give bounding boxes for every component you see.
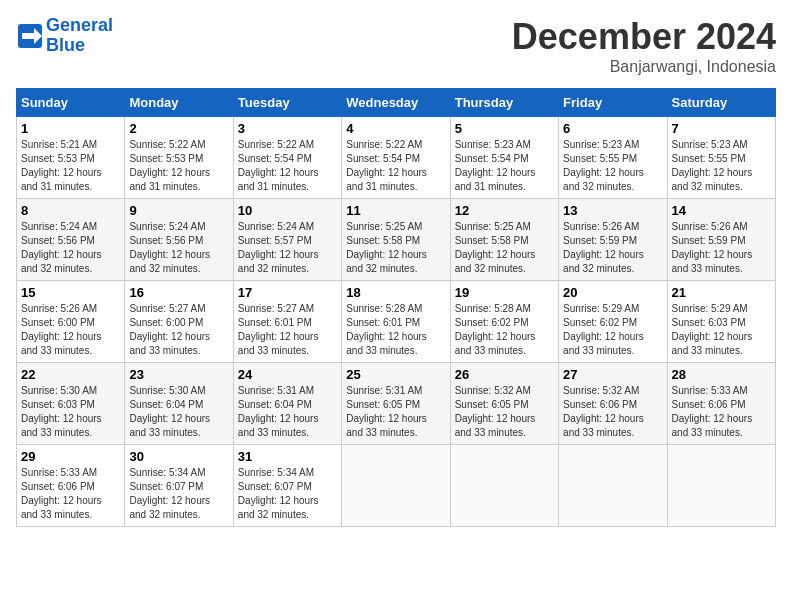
day-cell: 11 Sunrise: 5:25 AMSunset: 5:58 PMDaylig… — [342, 199, 450, 281]
day-number: 18 — [346, 285, 445, 300]
day-cell: 4 Sunrise: 5:22 AMSunset: 5:54 PMDayligh… — [342, 117, 450, 199]
day-cell: 31 Sunrise: 5:34 AMSunset: 6:07 PMDaylig… — [233, 445, 341, 527]
header-tuesday: Tuesday — [233, 89, 341, 117]
day-info: Sunrise: 5:24 AMSunset: 5:56 PMDaylight:… — [129, 220, 228, 276]
day-cell: 23 Sunrise: 5:30 AMSunset: 6:04 PMDaylig… — [125, 363, 233, 445]
day-number: 6 — [563, 121, 662, 136]
day-cell: 27 Sunrise: 5:32 AMSunset: 6:06 PMDaylig… — [559, 363, 667, 445]
location: Banjarwangi, Indonesia — [512, 58, 776, 76]
day-info: Sunrise: 5:32 AMSunset: 6:06 PMDaylight:… — [563, 384, 662, 440]
day-cell: 28 Sunrise: 5:33 AMSunset: 6:06 PMDaylig… — [667, 363, 775, 445]
day-cell: 16 Sunrise: 5:27 AMSunset: 6:00 PMDaylig… — [125, 281, 233, 363]
day-info: Sunrise: 5:25 AMSunset: 5:58 PMDaylight:… — [455, 220, 554, 276]
logo-text: General Blue — [46, 16, 113, 56]
day-info: Sunrise: 5:26 AMSunset: 5:59 PMDaylight:… — [563, 220, 662, 276]
header-monday: Monday — [125, 89, 233, 117]
day-info: Sunrise: 5:33 AMSunset: 6:06 PMDaylight:… — [672, 384, 771, 440]
day-number: 7 — [672, 121, 771, 136]
day-number: 26 — [455, 367, 554, 382]
day-cell — [450, 445, 558, 527]
day-number: 27 — [563, 367, 662, 382]
day-cell: 9 Sunrise: 5:24 AMSunset: 5:56 PMDayligh… — [125, 199, 233, 281]
day-number: 23 — [129, 367, 228, 382]
day-info: Sunrise: 5:22 AMSunset: 5:54 PMDaylight:… — [238, 138, 337, 194]
day-number: 12 — [455, 203, 554, 218]
day-info: Sunrise: 5:30 AMSunset: 6:03 PMDaylight:… — [21, 384, 120, 440]
title-block: December 2024 Banjarwangi, Indonesia — [512, 16, 776, 76]
day-number: 15 — [21, 285, 120, 300]
day-info: Sunrise: 5:31 AMSunset: 6:05 PMDaylight:… — [346, 384, 445, 440]
day-info: Sunrise: 5:33 AMSunset: 6:06 PMDaylight:… — [21, 466, 120, 522]
day-info: Sunrise: 5:24 AMSunset: 5:57 PMDaylight:… — [238, 220, 337, 276]
day-number: 28 — [672, 367, 771, 382]
day-info: Sunrise: 5:23 AMSunset: 5:55 PMDaylight:… — [672, 138, 771, 194]
day-cell: 21 Sunrise: 5:29 AMSunset: 6:03 PMDaylig… — [667, 281, 775, 363]
day-info: Sunrise: 5:23 AMSunset: 5:54 PMDaylight:… — [455, 138, 554, 194]
day-number: 20 — [563, 285, 662, 300]
day-cell: 14 Sunrise: 5:26 AMSunset: 5:59 PMDaylig… — [667, 199, 775, 281]
day-info: Sunrise: 5:26 AMSunset: 5:59 PMDaylight:… — [672, 220, 771, 276]
header-sunday: Sunday — [17, 89, 125, 117]
week-row-3: 15 Sunrise: 5:26 AMSunset: 6:00 PMDaylig… — [17, 281, 776, 363]
logo: General Blue — [16, 16, 113, 56]
day-number: 21 — [672, 285, 771, 300]
day-cell: 7 Sunrise: 5:23 AMSunset: 5:55 PMDayligh… — [667, 117, 775, 199]
day-info: Sunrise: 5:22 AMSunset: 5:54 PMDaylight:… — [346, 138, 445, 194]
day-number: 1 — [21, 121, 120, 136]
day-info: Sunrise: 5:31 AMSunset: 6:04 PMDaylight:… — [238, 384, 337, 440]
day-info: Sunrise: 5:21 AMSunset: 5:53 PMDaylight:… — [21, 138, 120, 194]
day-info: Sunrise: 5:34 AMSunset: 6:07 PMDaylight:… — [129, 466, 228, 522]
day-number: 14 — [672, 203, 771, 218]
day-cell: 15 Sunrise: 5:26 AMSunset: 6:00 PMDaylig… — [17, 281, 125, 363]
day-cell: 29 Sunrise: 5:33 AMSunset: 6:06 PMDaylig… — [17, 445, 125, 527]
day-number: 3 — [238, 121, 337, 136]
day-number: 22 — [21, 367, 120, 382]
day-number: 19 — [455, 285, 554, 300]
day-cell: 2 Sunrise: 5:22 AMSunset: 5:53 PMDayligh… — [125, 117, 233, 199]
day-info: Sunrise: 5:28 AMSunset: 6:02 PMDaylight:… — [455, 302, 554, 358]
day-number: 9 — [129, 203, 228, 218]
logo-icon — [16, 22, 44, 50]
day-cell: 18 Sunrise: 5:28 AMSunset: 6:01 PMDaylig… — [342, 281, 450, 363]
day-number: 4 — [346, 121, 445, 136]
week-row-2: 8 Sunrise: 5:24 AMSunset: 5:56 PMDayligh… — [17, 199, 776, 281]
day-cell — [667, 445, 775, 527]
day-cell: 22 Sunrise: 5:30 AMSunset: 6:03 PMDaylig… — [17, 363, 125, 445]
day-number: 29 — [21, 449, 120, 464]
day-number: 17 — [238, 285, 337, 300]
day-info: Sunrise: 5:29 AMSunset: 6:03 PMDaylight:… — [672, 302, 771, 358]
day-cell: 25 Sunrise: 5:31 AMSunset: 6:05 PMDaylig… — [342, 363, 450, 445]
page-header: General Blue December 2024 Banjarwangi, … — [16, 16, 776, 76]
day-info: Sunrise: 5:22 AMSunset: 5:53 PMDaylight:… — [129, 138, 228, 194]
day-number: 31 — [238, 449, 337, 464]
header-wednesday: Wednesday — [342, 89, 450, 117]
day-cell: 10 Sunrise: 5:24 AMSunset: 5:57 PMDaylig… — [233, 199, 341, 281]
header-thursday: Thursday — [450, 89, 558, 117]
day-info: Sunrise: 5:26 AMSunset: 6:00 PMDaylight:… — [21, 302, 120, 358]
day-info: Sunrise: 5:27 AMSunset: 6:00 PMDaylight:… — [129, 302, 228, 358]
day-info: Sunrise: 5:29 AMSunset: 6:02 PMDaylight:… — [563, 302, 662, 358]
day-info: Sunrise: 5:23 AMSunset: 5:55 PMDaylight:… — [563, 138, 662, 194]
day-cell: 30 Sunrise: 5:34 AMSunset: 6:07 PMDaylig… — [125, 445, 233, 527]
day-cell: 26 Sunrise: 5:32 AMSunset: 6:05 PMDaylig… — [450, 363, 558, 445]
day-number: 30 — [129, 449, 228, 464]
header-row: Sunday Monday Tuesday Wednesday Thursday… — [17, 89, 776, 117]
day-number: 8 — [21, 203, 120, 218]
day-cell: 5 Sunrise: 5:23 AMSunset: 5:54 PMDayligh… — [450, 117, 558, 199]
day-info: Sunrise: 5:27 AMSunset: 6:01 PMDaylight:… — [238, 302, 337, 358]
header-saturday: Saturday — [667, 89, 775, 117]
day-info: Sunrise: 5:28 AMSunset: 6:01 PMDaylight:… — [346, 302, 445, 358]
day-number: 25 — [346, 367, 445, 382]
week-row-1: 1 Sunrise: 5:21 AMSunset: 5:53 PMDayligh… — [17, 117, 776, 199]
day-info: Sunrise: 5:32 AMSunset: 6:05 PMDaylight:… — [455, 384, 554, 440]
day-cell: 1 Sunrise: 5:21 AMSunset: 5:53 PMDayligh… — [17, 117, 125, 199]
day-info: Sunrise: 5:34 AMSunset: 6:07 PMDaylight:… — [238, 466, 337, 522]
day-info: Sunrise: 5:25 AMSunset: 5:58 PMDaylight:… — [346, 220, 445, 276]
day-cell: 8 Sunrise: 5:24 AMSunset: 5:56 PMDayligh… — [17, 199, 125, 281]
day-number: 10 — [238, 203, 337, 218]
day-cell: 6 Sunrise: 5:23 AMSunset: 5:55 PMDayligh… — [559, 117, 667, 199]
day-info: Sunrise: 5:30 AMSunset: 6:04 PMDaylight:… — [129, 384, 228, 440]
day-cell: 19 Sunrise: 5:28 AMSunset: 6:02 PMDaylig… — [450, 281, 558, 363]
calendar-table: Sunday Monday Tuesday Wednesday Thursday… — [16, 88, 776, 527]
day-cell: 13 Sunrise: 5:26 AMSunset: 5:59 PMDaylig… — [559, 199, 667, 281]
